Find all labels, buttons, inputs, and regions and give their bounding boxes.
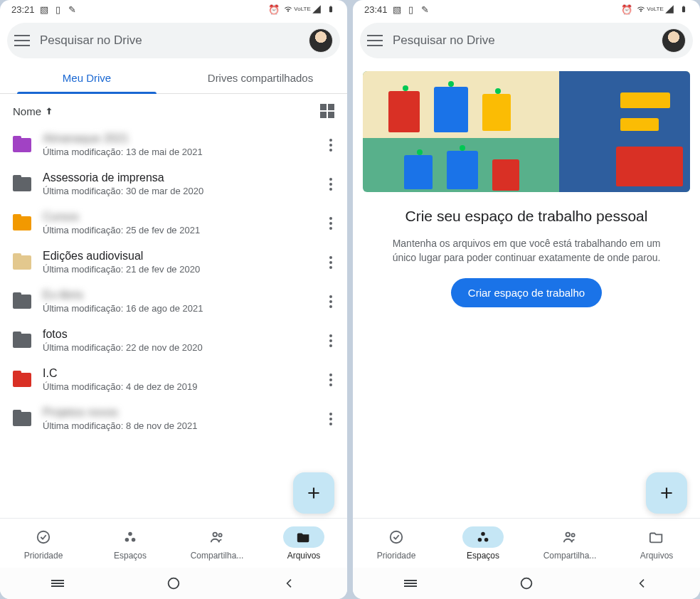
- fab-new[interactable]: [646, 472, 687, 514]
- file-row[interactable]: Edições audiovisual Última modificação: …: [0, 243, 347, 282]
- more-button[interactable]: [319, 295, 343, 308]
- more-button[interactable]: [319, 334, 343, 347]
- promo-title: Crie seu espaço de trabalho pessoal: [353, 201, 700, 232]
- nav-shared[interactable]: Compartilha...: [526, 519, 613, 568]
- battery-icon: [679, 4, 689, 14]
- grid-view-icon[interactable]: [320, 104, 334, 118]
- search-bar[interactable]: Pesquisar no Drive: [360, 23, 693, 58]
- file-row[interactable]: Assessoria de imprensa Última modificaçã…: [0, 164, 347, 203]
- svg-rect-1: [330, 6, 332, 6]
- sys-recent[interactable]: [401, 574, 420, 593]
- bottom-nav: Prioridade Espaços Compartilha... Arquiv…: [353, 518, 700, 568]
- file-text: Almanaque 2021 Última modificação: 13 de…: [43, 132, 307, 157]
- menu-icon[interactable]: [14, 35, 30, 46]
- file-row[interactable]: Ex-libris Última modificação: 16 de ago …: [0, 282, 347, 321]
- status-time: 23:21: [11, 4, 35, 15]
- svg-point-7: [218, 534, 221, 536]
- svg-point-17: [484, 537, 489, 541]
- people-icon: [209, 529, 225, 545]
- sys-back[interactable]: [280, 574, 299, 593]
- avatar[interactable]: [662, 28, 686, 53]
- file-modified: Última modificação: 30 de mar de 2020: [43, 186, 307, 196]
- search-input[interactable]: Pesquisar no Drive: [40, 33, 299, 48]
- sys-back[interactable]: [633, 574, 652, 593]
- sort-row: Nome: [0, 94, 347, 121]
- file-name: Projetos novos: [43, 406, 307, 419]
- file-text: Cursos Última modificação: 25 de fev de …: [43, 211, 307, 235]
- nav-label: Arquivos: [287, 551, 321, 561]
- file-row[interactable]: I.C Última modificação: 4 de dez de 2019: [0, 360, 347, 399]
- people-icon: [562, 529, 578, 545]
- file-modified: Última modificação: 21 de fev de 2020: [43, 264, 307, 275]
- nav-spaces[interactable]: Espaços: [87, 519, 174, 568]
- phone-left: 23:21 ▧ ▯ ✎ ⏰ VoLTE Pesquisar no Drive M…: [0, 0, 347, 599]
- more-button[interactable]: [319, 217, 343, 230]
- file-name: Ex-libris: [43, 289, 307, 302]
- create-workspace-button[interactable]: Criar espaço de trabalho: [451, 278, 602, 307]
- file-list: Almanaque 2021 Última modificação: 13 de…: [0, 121, 347, 518]
- nav-priority[interactable]: Prioridade: [353, 519, 440, 568]
- volte-icon: VoLTE: [650, 4, 660, 14]
- nav-shared[interactable]: Compartilha...: [174, 519, 260, 568]
- file-name: I.C: [43, 367, 307, 380]
- nav-label: Compartilha...: [543, 551, 597, 561]
- file-name: Assessoria de imprensa: [43, 171, 307, 184]
- dots-cluster-icon: [475, 529, 491, 545]
- svg-point-14: [391, 531, 403, 543]
- nav-priority[interactable]: Prioridade: [0, 519, 87, 568]
- svg-point-19: [571, 534, 574, 536]
- svg-point-11: [169, 578, 179, 589]
- promo-description: Mantenha os arquivos em que você está tr…: [353, 232, 700, 278]
- svg-rect-12: [682, 6, 685, 12]
- svg-point-5: [132, 537, 136, 541]
- image-icon: ▧: [39, 4, 49, 14]
- svg-point-3: [128, 531, 132, 536]
- file-modified: Última modificação: 8 de nov de 2021: [43, 420, 307, 431]
- folder-icon: [649, 529, 664, 545]
- nav-files[interactable]: Arquivos: [260, 519, 347, 568]
- bottom-nav: Prioridade Espaços Compartilha... Arquiv…: [0, 518, 347, 568]
- sort-button[interactable]: Nome: [13, 105, 54, 117]
- svg-rect-20: [404, 580, 417, 581]
- more-button[interactable]: [319, 139, 343, 152]
- nav-spaces[interactable]: Espaços: [440, 519, 526, 568]
- battery-icon: [326, 4, 336, 14]
- nav-label: Arquivos: [640, 551, 674, 561]
- signal-icon: [312, 4, 322, 14]
- more-button[interactable]: [319, 178, 343, 191]
- svg-point-2: [38, 531, 50, 543]
- avatar[interactable]: [309, 28, 333, 53]
- alarm-icon: ⏰: [622, 4, 632, 14]
- file-text: Projetos novos Última modificação: 8 de …: [43, 406, 307, 431]
- file-row[interactable]: Cursos Última modificação: 25 de fev de …: [0, 203, 347, 243]
- folder-icon: [13, 295, 31, 309]
- nav-label: Espaços: [467, 551, 499, 561]
- tab-shared-drives[interactable]: Drives compartilhados: [174, 63, 347, 93]
- more-button[interactable]: [319, 413, 343, 425]
- svg-point-15: [481, 531, 485, 536]
- svg-rect-21: [404, 583, 417, 584]
- file-row[interactable]: Projetos novos Última modificação: 8 de …: [0, 399, 347, 438]
- file-row[interactable]: Almanaque 2021 Última modificação: 13 de…: [0, 125, 347, 164]
- status-bar: 23:41 ▧ ▯ ✎ ⏰ VoLTE: [353, 0, 700, 18]
- file-modified: Última modificação: 16 de ago de 2021: [43, 303, 307, 314]
- svg-rect-8: [51, 580, 64, 581]
- menu-icon[interactable]: [367, 35, 383, 46]
- more-button[interactable]: [319, 373, 343, 386]
- nav-files[interactable]: Arquivos: [613, 519, 700, 568]
- sys-home[interactable]: [164, 574, 183, 593]
- file-modified: Última modificação: 13 de mai de 2021: [43, 147, 307, 157]
- wifi-icon: [636, 4, 646, 14]
- file-text: I.C Última modificação: 4 de dez de 2019: [43, 367, 307, 392]
- sys-home[interactable]: [517, 574, 536, 593]
- file-name: Almanaque 2021: [43, 132, 307, 145]
- file-row[interactable]: fotos Última modificação: 22 de nov de 2…: [0, 321, 347, 360]
- file-name: Edições audiovisual: [43, 250, 307, 263]
- svg-rect-0: [329, 6, 332, 12]
- search-bar[interactable]: Pesquisar no Drive: [7, 23, 340, 58]
- search-input[interactable]: Pesquisar no Drive: [393, 33, 652, 48]
- more-button[interactable]: [319, 256, 343, 269]
- sys-recent[interactable]: [48, 574, 67, 593]
- tab-my-drive[interactable]: Meu Drive: [0, 63, 174, 93]
- fab-new[interactable]: [293, 472, 334, 514]
